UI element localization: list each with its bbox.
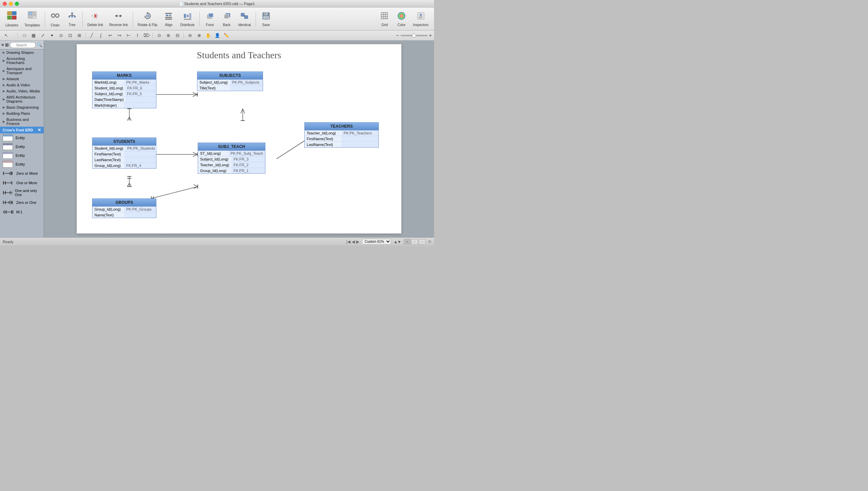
toolbar-chain[interactable]: Chain xyxy=(47,9,63,28)
sidebar-item-business[interactable]: ▶ Business and Finance xyxy=(0,116,44,127)
toolbar-distribute[interactable]: Distribute xyxy=(177,10,197,28)
transform2[interactable]: ⊛ xyxy=(164,32,172,39)
list-view-icon[interactable]: ≡ xyxy=(1,42,4,47)
maximize-button[interactable] xyxy=(15,2,19,6)
sidebar-item-building[interactable]: ▶ Building Plans xyxy=(0,110,44,116)
view-btn-1[interactable]: ▪ xyxy=(404,239,411,244)
page-next-btn[interactable]: ▶ xyxy=(356,239,359,244)
close-library-btn[interactable]: ✕ xyxy=(38,128,41,132)
shape-entity4[interactable]: Entity xyxy=(0,160,44,169)
toolbar-back[interactable]: Back xyxy=(219,10,235,28)
zero-or-one-preview xyxy=(3,199,14,206)
shape-tool[interactable]: ✦ xyxy=(48,32,56,39)
shape-entity2[interactable]: Entity xyxy=(0,142,44,151)
lasso-tool[interactable]: ⊙ xyxy=(57,32,65,39)
table-students[interactable]: STUDENTS Student_Id(Long) PK:PK_Students… xyxy=(92,137,156,169)
bezier-tool[interactable]: ⌦ xyxy=(143,32,151,39)
zoom-fit[interactable]: ⊖ xyxy=(186,32,194,39)
page-first-btn[interactable]: |◀ xyxy=(346,239,350,244)
svg-rect-2 xyxy=(7,16,12,19)
select-tool[interactable]: ↖ xyxy=(2,32,10,39)
shape-one-or-more[interactable]: One or More xyxy=(0,178,44,188)
redo-tool[interactable]: ↪ xyxy=(115,32,123,39)
view-btn-3[interactable]: ▫ xyxy=(419,239,426,244)
table-teachers[interactable]: TEACHERS Teacher_Id(Long) PK:PK_Teachers… xyxy=(304,122,379,148)
canvas[interactable]: Students and Teachers MARKS MarkId(Long)… xyxy=(77,44,402,234)
toolbar-save[interactable]: Save xyxy=(258,10,274,28)
canvas-scroll[interactable]: Students and Teachers MARKS MarkId(Long)… xyxy=(44,41,434,237)
shape-zero-or-more[interactable]: Zero or More xyxy=(0,169,44,178)
arrow-aws: ▶ xyxy=(3,98,5,101)
groups-row-2: Name(Text) xyxy=(92,212,156,218)
line-tool[interactable]: ╱ xyxy=(88,32,96,39)
rect-select[interactable]: ⬜ xyxy=(11,32,19,39)
svg-rect-5 xyxy=(29,12,32,15)
zoom-select[interactable]: Custom 61% 50% 75% 100% 150% xyxy=(362,239,391,244)
table-select[interactable]: ▦ xyxy=(29,32,38,39)
search-container: 🔍 xyxy=(10,42,36,48)
table-subj-teach[interactable]: SUBJ_TEACH ST_Id(Long) PK:PK_Subj_Teach … xyxy=(198,143,265,174)
toolbar-color[interactable]: Color xyxy=(393,10,410,28)
zoom-plus[interactable]: + xyxy=(429,33,432,39)
chain-icon xyxy=(50,11,60,22)
shape-zero-or-one[interactable]: Zero or One xyxy=(0,198,44,207)
connect-tool[interactable]: ⤢ xyxy=(39,32,47,39)
svg-line-97 xyxy=(127,117,129,121)
students-row-3: LastName(Text) xyxy=(92,157,156,163)
transform1[interactable]: ⊙ xyxy=(155,32,163,39)
drag-select[interactable]: ⊞ xyxy=(75,32,83,39)
sidebar-item-accounting[interactable]: ▶ Accounting Flowcharts xyxy=(0,56,44,66)
zoom-slider[interactable] xyxy=(400,35,428,36)
subj-teach-header: SUBJ_TEACH xyxy=(198,143,265,151)
sidebar-item-aws[interactable]: ▶ AWS Architecture Diagrams xyxy=(0,94,44,104)
zoom-in-btn[interactable]: ⊕ xyxy=(195,32,203,39)
shape-entity3[interactable]: Entity xyxy=(0,151,44,160)
undo-tool[interactable]: ↩ xyxy=(106,32,114,39)
rubber-band[interactable]: ⊡ xyxy=(66,32,74,39)
ortho-tool[interactable]: ⊢ xyxy=(124,32,132,39)
pan-tool[interactable]: ✋ xyxy=(204,32,212,39)
toolbar-templates[interactable]: Templates xyxy=(22,9,43,28)
shape-one-and-only-one[interactable]: One and only One xyxy=(0,188,44,198)
sidebar-item-audio-video-media[interactable]: ▶ Audio, Video, Media xyxy=(0,88,44,94)
shape-m-to-1[interactable]: M:1 xyxy=(0,207,44,217)
oval-select[interactable]: ⬭ xyxy=(20,32,28,39)
sidebar-item-audio-video[interactable]: ▶ Audio & Video xyxy=(0,82,44,88)
toolbar-identical[interactable]: Identical xyxy=(236,10,254,28)
curve-tool[interactable]: ∫ xyxy=(97,32,105,39)
sidebar-item-aerospace[interactable]: ▶ Aerospace and Transport xyxy=(0,66,44,76)
close-button[interactable] xyxy=(3,2,7,6)
view-btn-2[interactable]: ▫ xyxy=(411,239,418,244)
pen-tool[interactable]: ✏️ xyxy=(222,32,231,39)
sidebar-item-basic[interactable]: ▶ Basic Diagramming xyxy=(0,104,44,110)
sidebar-item-artwork[interactable]: ▶ Artwork xyxy=(0,76,44,82)
table-subjects[interactable]: SUBJECTS Subject_Id(Long) PK:PK_Subjects… xyxy=(197,71,263,91)
svg-point-60 xyxy=(420,14,422,16)
user-tool[interactable]: 👤 xyxy=(213,32,221,39)
table-groups[interactable]: GROUPS Group_Id(Long) PK:PK_Groups Name(… xyxy=(92,198,156,218)
minimize-button[interactable] xyxy=(9,2,13,6)
toolbar-inspectors[interactable]: Inspectors xyxy=(410,10,431,28)
shape-entity1[interactable]: Entity xyxy=(0,133,44,142)
toolbar-grid[interactable]: Grid xyxy=(376,10,393,28)
toolbar-rotate-flip[interactable]: Rotate & Flip xyxy=(135,10,160,28)
toolbar-libraries[interactable]: Libraries xyxy=(3,9,21,28)
poly-tool[interactable]: ⌇ xyxy=(133,32,142,39)
toolbar-align[interactable]: Align xyxy=(160,10,177,28)
canvas-area[interactable]: Students and Teachers MARKS MarkId(Long)… xyxy=(44,41,434,237)
search-btn[interactable]: 🔍 xyxy=(37,42,42,47)
table-marks[interactable]: MARKS MarkId(Long) PK:PK_Marks Student_I… xyxy=(92,71,156,108)
sidebar-item-drawing-shapes[interactable]: ▶ Drawing Shapes xyxy=(0,49,44,56)
resize-handle[interactable]: ⊞ xyxy=(428,239,431,244)
zoom-minus[interactable]: − xyxy=(396,33,399,39)
search-input[interactable] xyxy=(10,42,36,48)
toolbar-reverse-link[interactable]: Reverse link xyxy=(107,10,131,28)
toolbar-front[interactable]: Front xyxy=(202,10,218,28)
left-top-bar: ≡ ⊞ 🔍 🔍 xyxy=(0,41,44,49)
toolbar-tree[interactable]: Tree xyxy=(64,10,80,28)
svg-rect-31 xyxy=(169,15,171,16)
grid-view-icon[interactable]: ⊞ xyxy=(5,42,9,47)
page-prev-btn[interactable]: ◀ xyxy=(352,239,355,244)
toolbar-delete-link[interactable]: Delete link xyxy=(85,10,106,28)
transform3[interactable]: ⊟ xyxy=(173,32,181,39)
